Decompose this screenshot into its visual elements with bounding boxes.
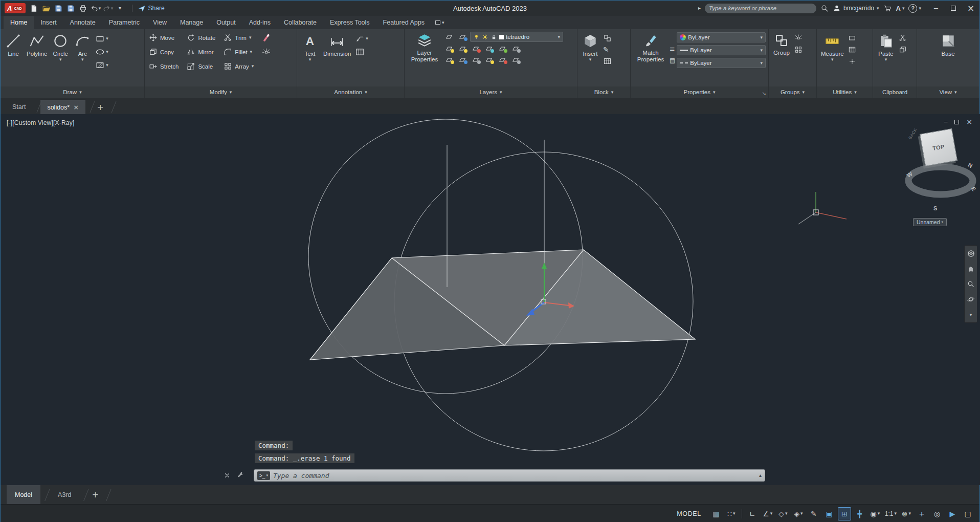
file-tab-start[interactable]: Start — [6, 100, 32, 114]
mirror-button[interactable]: Mirror — [185, 47, 217, 57]
selection-filter-toggle[interactable]: ⊞ — [838, 507, 851, 520]
signed-in-user-button[interactable]: bmcgarrido ▾ — [833, 4, 879, 12]
named-view-dropdown[interactable]: Unnamed ▾ — [913, 218, 947, 226]
clean-screen-button[interactable]: ▢ — [961, 507, 974, 520]
layer-properties-button[interactable]: Layer Properties — [407, 31, 442, 64]
trim-button[interactable]: Trim▾ — [222, 32, 255, 43]
tab-featured-apps[interactable]: Featured Apps — [376, 16, 431, 29]
graphics-performance-button[interactable]: ▶ — [946, 507, 959, 520]
scale-button[interactable]: Scale — [185, 61, 217, 72]
tab-add-ins[interactable]: Add-ins — [242, 16, 277, 29]
grid-display-toggle[interactable]: ▦ — [709, 507, 723, 520]
base-view-button[interactable]: Base — [938, 31, 959, 59]
layer-dropdown[interactable]: tetraedro ▾ — [470, 32, 563, 42]
layout-tab-model[interactable]: Model — [7, 485, 40, 504]
panel-label-block[interactable]: Block▾ — [577, 86, 630, 98]
full-navigation-wheel-button[interactable] — [965, 247, 976, 259]
viewcube-top-face[interactable]: TOP — [932, 143, 945, 151]
layer-filter-button[interactable] — [457, 32, 468, 41]
move-button[interactable]: Move — [147, 32, 180, 43]
open-file-button[interactable] — [40, 2, 53, 14]
tab-output[interactable]: Output — [210, 16, 242, 29]
paste-button[interactable]: Paste ▾ — [876, 31, 896, 63]
ungroup-button[interactable] — [793, 33, 804, 42]
model-space-label[interactable]: MODEL — [677, 510, 701, 517]
array-button[interactable]: Array▾ — [222, 61, 255, 72]
command-history-expand-icon[interactable]: ▴ — [759, 473, 762, 478]
insert-block-button[interactable]: Insert ▾ — [580, 31, 600, 63]
workspace-switching-button[interactable]: ⊛▾ — [900, 507, 913, 520]
polar-tracking-toggle[interactable]: ∠▾ — [761, 507, 774, 520]
match-properties-button[interactable]: Match Properties — [633, 31, 668, 64]
search-input[interactable] — [709, 5, 812, 11]
layer-match-button[interactable] — [497, 44, 508, 53]
panel-label-utilities[interactable]: Utilities▾ — [817, 86, 873, 98]
window-maximize-button[interactable] — [945, 1, 962, 16]
close-drawing-tab-icon[interactable]: × — [73, 103, 79, 111]
layer-isolate-button[interactable] — [457, 44, 468, 53]
qat-customize-button[interactable]: ▾ — [114, 2, 126, 14]
circle-button[interactable]: Circle ▾ — [50, 31, 71, 63]
transparency-icon[interactable]: ▤ — [670, 57, 675, 63]
leader-button[interactable]: ▾ — [354, 33, 369, 44]
zoom-button[interactable] — [965, 278, 976, 290]
new-layout-button[interactable]: + — [88, 488, 102, 502]
ribbon-display-toggle[interactable]: ▾ — [431, 16, 449, 29]
annotation-visibility-toggle[interactable]: ◉▾ — [868, 507, 882, 520]
define-attributes-button[interactable]: ✎ — [602, 46, 613, 54]
group-button[interactable]: Group — [771, 31, 792, 58]
isodraft-toggle[interactable]: ◇▾ — [776, 507, 790, 520]
navbar-more-button[interactable]: ▾ — [965, 309, 976, 321]
layer-freeze-button[interactable] — [470, 44, 481, 53]
pan-button[interactable] — [965, 263, 976, 275]
file-tab-solidos[interactable]: solidos* × — [40, 100, 85, 114]
text-button[interactable]: Text ▾ — [300, 31, 320, 63]
tab-annotate[interactable]: Annotate — [63, 16, 102, 29]
show-annotation-objects-toggle[interactable]: ✎ — [807, 507, 820, 520]
panel-label-annotation[interactable]: Annotation▾ — [297, 86, 404, 98]
object-snap-toggle[interactable]: ◈▾ — [792, 507, 805, 520]
stretch-button[interactable]: Stretch — [147, 61, 180, 72]
layer-make-current-button[interactable] — [510, 44, 521, 53]
layer-off-button[interactable] — [443, 44, 455, 53]
hatch-button[interactable]: ▾ — [94, 60, 109, 71]
line-button[interactable]: Line — [3, 31, 24, 59]
lineweight-dropdown[interactable]: ByLayer ▾ — [677, 45, 766, 55]
ortho-mode-toggle[interactable]: ∟ — [746, 507, 759, 520]
share-button[interactable]: Share — [138, 5, 165, 12]
command-customize-wrench-icon[interactable] — [237, 471, 244, 479]
window-minimize-button[interactable]: ─ — [927, 1, 945, 16]
panel-label-properties[interactable]: Properties▾ — [631, 86, 768, 98]
ellipse-button[interactable]: ▾ — [94, 47, 109, 57]
new-drawing-tab-button[interactable]: + — [94, 101, 107, 114]
tab-collaborate[interactable]: Collaborate — [277, 16, 323, 29]
dynamic-ucs-toggle[interactable]: ╋ — [853, 507, 866, 520]
lineweight-settings-icon[interactable]: ≡ — [670, 46, 675, 52]
recent-commands-button[interactable]: >_▾ — [257, 471, 270, 480]
panel-label-modify[interactable]: Modify▾ — [145, 86, 297, 98]
copy-clip-button[interactable] — [898, 45, 908, 54]
table-button[interactable] — [354, 47, 369, 57]
layer-lock-button[interactable] — [483, 44, 495, 53]
help-button[interactable]: ?▾ — [908, 4, 921, 13]
customization-button[interactable]: + — [915, 507, 928, 520]
autocad-app-menu-button[interactable]: A CAD — [5, 3, 26, 13]
properties-dialog-launcher[interactable]: ↘ — [762, 91, 766, 96]
undo-button[interactable]: ▾ — [90, 2, 102, 14]
quick-calculator-button[interactable] — [847, 45, 857, 54]
rectangle-button[interactable]: ▾ — [94, 33, 109, 44]
rotate-button[interactable]: Rotate — [185, 32, 217, 43]
measure-button[interactable]: Measure ▾ — [819, 31, 845, 63]
layer-on-all-button[interactable] — [483, 55, 495, 64]
copy-button[interactable]: Copy — [147, 47, 180, 57]
polyline-button[interactable]: Polyline — [25, 31, 49, 59]
erase-button[interactable] — [260, 32, 272, 43]
viewport-controls-label[interactable]: [-][Custom View][X-Ray] — [7, 119, 74, 126]
window-close-button[interactable]: × — [962, 1, 979, 16]
layer-state-button[interactable] — [443, 32, 455, 41]
layer-walk-button[interactable] — [497, 55, 508, 64]
tab-view[interactable]: View — [146, 16, 173, 29]
orbit-button[interactable] — [965, 293, 976, 306]
layer-unlock-all-button[interactable] — [470, 55, 481, 64]
tab-manage[interactable]: Manage — [173, 16, 210, 29]
